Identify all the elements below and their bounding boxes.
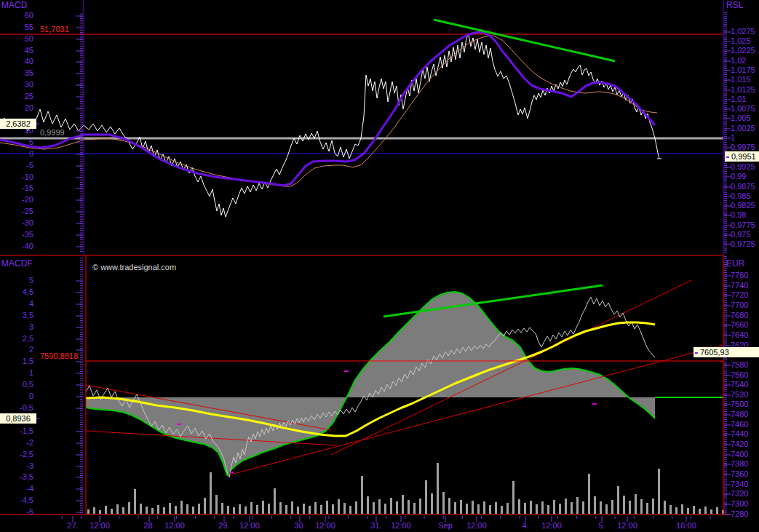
macdf_left-tick-label: 0,5 xyxy=(0,380,33,389)
volume-bars xyxy=(524,503,526,514)
tick-dash-icon xyxy=(726,156,729,158)
rsl_right-tick-label: 1,0175 xyxy=(731,65,755,75)
volume-bars xyxy=(408,500,410,514)
eur_right-tick-label: 7760 xyxy=(731,271,748,280)
volume-bars xyxy=(256,505,258,514)
lower-right-scale-title: EUR xyxy=(726,259,744,269)
volume-bars xyxy=(437,463,439,514)
rsl_right-tick-label: 0,9875 xyxy=(731,182,755,191)
volume-bars xyxy=(489,505,491,514)
macd_left-tick-label: 5 xyxy=(0,138,33,147)
volume-bars xyxy=(669,505,672,514)
rsl_right-tick-label: 0,975 xyxy=(731,230,751,239)
macdf-cloud xyxy=(86,292,655,475)
copyright-watermark: © www.tradesignal.com xyxy=(92,263,176,272)
macdf_left-tick-label: -2,5 xyxy=(0,450,33,459)
eur_right-tick-label: 7420 xyxy=(731,440,748,449)
volume-bars xyxy=(466,504,468,514)
volume-bars xyxy=(291,501,293,514)
eur_right-tick-label: 7400 xyxy=(731,450,748,459)
volume-bars xyxy=(140,504,142,514)
volume-bars xyxy=(675,507,677,514)
volume-bars xyxy=(87,509,90,514)
volume-bars xyxy=(454,502,456,514)
macd_left-tick-label: 20 xyxy=(0,103,33,113)
volume-bars xyxy=(297,507,299,514)
macdf_left-tick-label: -5 xyxy=(0,507,33,517)
time-axis-label: 12:00 xyxy=(536,521,568,530)
volume-bars xyxy=(582,501,584,514)
volume-bars xyxy=(105,506,107,514)
rsl_right-tick-label: 0,98 xyxy=(731,210,746,220)
macdf_left-tick-label: 4 xyxy=(0,299,33,309)
rsl_right-tick-label: 1,01 xyxy=(731,95,746,104)
volume-bars xyxy=(99,510,101,514)
volume-bars xyxy=(704,507,707,514)
volume-bars xyxy=(268,504,270,514)
rsl_right-tick-label: 1,005 xyxy=(731,114,751,123)
macdf_left-tick-label: -0,5 xyxy=(0,403,33,413)
macdf_left-tick-label: -2 xyxy=(0,438,33,448)
volume-bars xyxy=(646,503,648,514)
volume-bars xyxy=(623,496,625,514)
macdf_left-tick-label: 3 xyxy=(0,322,33,332)
volume-bars xyxy=(442,492,445,514)
volume-bars xyxy=(349,506,351,514)
macd-last-value-box: 2,6382 xyxy=(0,119,36,129)
rsl_right-tick-label: 0,9725 xyxy=(731,239,755,249)
volume-bars xyxy=(151,508,154,514)
volume-bars xyxy=(343,503,346,514)
eur_right-tick-label: 7380 xyxy=(731,459,748,469)
time-axis-label: 12:00 xyxy=(385,521,417,530)
volume-bars xyxy=(605,504,608,514)
volume-bars xyxy=(355,501,357,514)
volume-bars xyxy=(93,507,95,514)
volume-bars xyxy=(402,495,404,514)
volume-bars xyxy=(530,501,532,514)
macd_left-tick-label: -5 xyxy=(0,161,33,170)
rsl_right-tick-label: 0,9825 xyxy=(731,201,755,210)
volume-bars xyxy=(425,480,427,514)
time-axis-label: 12:00 xyxy=(159,521,191,530)
volume-bars xyxy=(175,506,177,514)
volume-bars xyxy=(460,500,462,514)
rsl_right-tick-label: 0,99 xyxy=(731,172,746,181)
time-axis-label: 12:00 xyxy=(84,521,116,530)
rsl_right-tick-label: 0,9775 xyxy=(731,221,755,230)
volume-bars xyxy=(332,504,334,514)
rsl_right-tick-label: 1 xyxy=(731,133,735,143)
rsl_right-tick-label: 1,0025 xyxy=(731,124,755,133)
eur_right-tick-label: 7580 xyxy=(731,360,748,370)
eur_right-tick-label: 7300 xyxy=(731,499,748,509)
volume-bars xyxy=(413,503,416,514)
volume-bars xyxy=(227,506,229,514)
volume-bars xyxy=(250,502,253,514)
volume-bars xyxy=(559,504,561,514)
volume-bars xyxy=(326,501,328,514)
tick-dash-icon xyxy=(695,352,698,354)
volume-bars xyxy=(553,500,555,514)
macd_left-tick-label: 60 xyxy=(0,11,33,20)
volume-bars xyxy=(518,499,520,514)
eur_right-tick-label: 7560 xyxy=(731,370,748,380)
macd_left-tick-label: -10 xyxy=(0,172,33,182)
volume-bars xyxy=(710,509,712,514)
upper-green-trendline xyxy=(434,20,615,61)
volume-bars xyxy=(309,506,311,514)
volume-bars xyxy=(588,474,590,514)
volume-bars xyxy=(163,507,165,514)
volume-bars xyxy=(303,504,305,514)
volume-bars xyxy=(192,507,194,514)
volume-bars xyxy=(320,505,322,514)
macd_left-tick-label: -25 xyxy=(0,207,33,216)
volume-bars xyxy=(699,509,701,514)
volume-bars xyxy=(512,481,514,514)
volume-bars xyxy=(541,501,544,514)
volume-bars xyxy=(448,498,450,514)
volume-bars xyxy=(111,509,113,514)
eur_right-tick-label: 7680 xyxy=(731,311,748,320)
volume-bars xyxy=(134,489,136,514)
volume-bars xyxy=(693,506,695,514)
eur_right-tick-label: 7720 xyxy=(731,290,748,300)
volume-bars xyxy=(384,504,386,514)
